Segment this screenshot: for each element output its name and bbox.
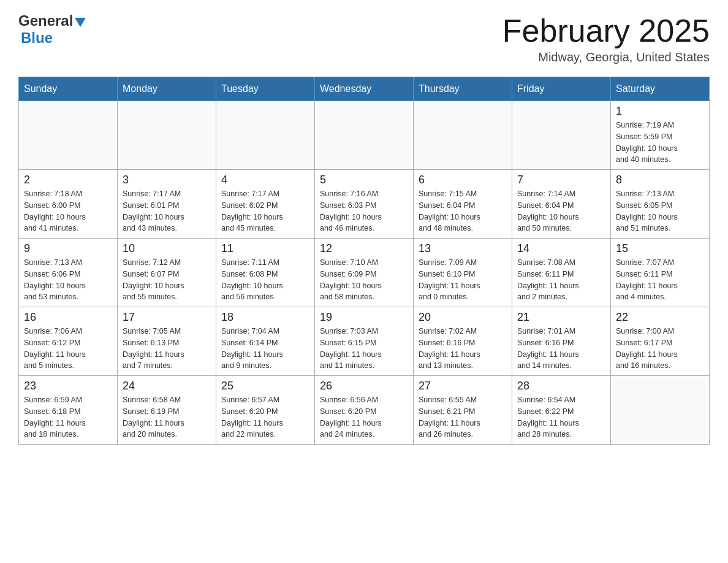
day-info: Sunrise: 7:00 AM Sunset: 6:17 PM Dayligh…	[616, 326, 704, 372]
day-number: 16	[24, 311, 112, 324]
day-info: Sunrise: 7:05 AM Sunset: 6:13 PM Dayligh…	[123, 326, 211, 372]
weekday-header-tuesday: Tuesday	[216, 77, 315, 101]
weekday-header-monday: Monday	[118, 77, 216, 101]
calendar-week-5: 23Sunrise: 6:59 AM Sunset: 6:18 PM Dayli…	[19, 376, 710, 445]
logo-blue-text: Blue	[21, 29, 53, 47]
day-number: 6	[419, 174, 507, 186]
calendar-week-1: 1Sunrise: 7:19 AM Sunset: 5:59 PM Daylig…	[19, 101, 710, 170]
calendar-cell: 14Sunrise: 7:08 AM Sunset: 6:11 PM Dayli…	[512, 239, 611, 307]
day-number: 25	[221, 380, 309, 393]
calendar-cell: 26Sunrise: 6:56 AM Sunset: 6:20 PM Dayli…	[315, 376, 414, 445]
calendar-cell	[512, 101, 611, 170]
day-number: 1	[616, 105, 704, 118]
calendar-cell: 23Sunrise: 6:59 AM Sunset: 6:18 PM Dayli…	[19, 376, 118, 445]
calendar-cell: 19Sunrise: 7:03 AM Sunset: 6:15 PM Dayli…	[315, 307, 414, 376]
logo-general-text: General	[18, 12, 73, 29]
day-info: Sunrise: 7:03 AM Sunset: 6:15 PM Dayligh…	[320, 326, 408, 372]
day-info: Sunrise: 7:15 AM Sunset: 6:04 PM Dayligh…	[419, 188, 507, 234]
weekday-header-wednesday: Wednesday	[315, 77, 414, 101]
day-info: Sunrise: 7:13 AM Sunset: 6:06 PM Dayligh…	[24, 257, 112, 303]
calendar-cell	[19, 101, 118, 170]
calendar-cell	[315, 101, 414, 170]
day-number: 22	[616, 311, 704, 324]
day-info: Sunrise: 6:58 AM Sunset: 6:19 PM Dayligh…	[123, 394, 211, 440]
calendar-cell: 22Sunrise: 7:00 AM Sunset: 6:17 PM Dayli…	[611, 307, 710, 376]
calendar-week-2: 2Sunrise: 7:18 AM Sunset: 6:00 PM Daylig…	[19, 170, 710, 239]
day-info: Sunrise: 7:09 AM Sunset: 6:10 PM Dayligh…	[419, 257, 507, 303]
logo-triangle-icon	[75, 18, 86, 27]
day-number: 5	[320, 174, 408, 186]
calendar-cell: 13Sunrise: 7:09 AM Sunset: 6:10 PM Dayli…	[414, 239, 512, 307]
calendar-week-3: 9Sunrise: 7:13 AM Sunset: 6:06 PM Daylig…	[19, 239, 710, 307]
day-info: Sunrise: 6:57 AM Sunset: 6:20 PM Dayligh…	[221, 394, 309, 440]
calendar-cell: 2Sunrise: 7:18 AM Sunset: 6:00 PM Daylig…	[19, 170, 118, 239]
day-number: 2	[24, 174, 112, 186]
day-info: Sunrise: 6:59 AM Sunset: 6:18 PM Dayligh…	[24, 394, 112, 440]
weekday-header-friday: Friday	[512, 77, 611, 101]
day-number: 11	[221, 242, 309, 255]
day-info: Sunrise: 7:17 AM Sunset: 6:01 PM Dayligh…	[123, 188, 211, 234]
day-number: 3	[123, 174, 211, 186]
calendar-cell: 5Sunrise: 7:16 AM Sunset: 6:03 PM Daylig…	[315, 170, 414, 239]
calendar-cell	[118, 101, 216, 170]
calendar-table: SundayMondayTuesdayWednesdayThursdayFrid…	[18, 77, 710, 445]
calendar-cell: 17Sunrise: 7:05 AM Sunset: 6:13 PM Dayli…	[118, 307, 216, 376]
calendar-cell: 24Sunrise: 6:58 AM Sunset: 6:19 PM Dayli…	[118, 376, 216, 445]
day-number: 9	[24, 242, 112, 255]
day-info: Sunrise: 6:55 AM Sunset: 6:21 PM Dayligh…	[419, 394, 507, 440]
calendar-cell	[414, 101, 512, 170]
weekday-header-thursday: Thursday	[414, 77, 512, 101]
title-block: February 2025 Midway, Georgia, United St…	[502, 12, 710, 64]
calendar-cell	[611, 376, 710, 445]
location-text: Midway, Georgia, United States	[502, 50, 710, 64]
day-number: 24	[123, 380, 211, 393]
calendar-cell: 25Sunrise: 6:57 AM Sunset: 6:20 PM Dayli…	[216, 376, 315, 445]
weekday-header-sunday: Sunday	[19, 77, 118, 101]
day-info: Sunrise: 7:01 AM Sunset: 6:16 PM Dayligh…	[517, 326, 605, 372]
weekday-header-row: SundayMondayTuesdayWednesdayThursdayFrid…	[19, 77, 710, 101]
calendar-cell: 3Sunrise: 7:17 AM Sunset: 6:01 PM Daylig…	[118, 170, 216, 239]
day-info: Sunrise: 7:04 AM Sunset: 6:14 PM Dayligh…	[221, 326, 309, 372]
day-info: Sunrise: 7:14 AM Sunset: 6:04 PM Dayligh…	[517, 188, 605, 234]
day-number: 13	[419, 242, 507, 255]
day-number: 14	[517, 242, 605, 255]
day-number: 7	[517, 174, 605, 186]
calendar-cell: 28Sunrise: 6:54 AM Sunset: 6:22 PM Dayli…	[512, 376, 611, 445]
day-info: Sunrise: 7:13 AM Sunset: 6:05 PM Dayligh…	[616, 188, 704, 234]
calendar-cell: 18Sunrise: 7:04 AM Sunset: 6:14 PM Dayli…	[216, 307, 315, 376]
day-number: 23	[24, 380, 112, 393]
day-info: Sunrise: 7:07 AM Sunset: 6:11 PM Dayligh…	[616, 257, 704, 303]
day-number: 26	[320, 380, 408, 393]
day-info: Sunrise: 7:06 AM Sunset: 6:12 PM Dayligh…	[24, 326, 112, 372]
day-number: 10	[123, 242, 211, 255]
calendar-week-4: 16Sunrise: 7:06 AM Sunset: 6:12 PM Dayli…	[19, 307, 710, 376]
day-info: Sunrise: 7:08 AM Sunset: 6:11 PM Dayligh…	[517, 257, 605, 303]
calendar-cell: 27Sunrise: 6:55 AM Sunset: 6:21 PM Dayli…	[414, 376, 512, 445]
calendar-cell: 11Sunrise: 7:11 AM Sunset: 6:08 PM Dayli…	[216, 239, 315, 307]
calendar-cell: 6Sunrise: 7:15 AM Sunset: 6:04 PM Daylig…	[414, 170, 512, 239]
day-number: 20	[419, 311, 507, 324]
day-number: 4	[221, 174, 309, 186]
calendar-cell: 7Sunrise: 7:14 AM Sunset: 6:04 PM Daylig…	[512, 170, 611, 239]
day-info: Sunrise: 7:17 AM Sunset: 6:02 PM Dayligh…	[221, 188, 309, 234]
logo: General Blue	[18, 12, 86, 47]
day-info: Sunrise: 7:12 AM Sunset: 6:07 PM Dayligh…	[123, 257, 211, 303]
calendar-cell: 4Sunrise: 7:17 AM Sunset: 6:02 PM Daylig…	[216, 170, 315, 239]
calendar-cell: 15Sunrise: 7:07 AM Sunset: 6:11 PM Dayli…	[611, 239, 710, 307]
day-number: 27	[419, 380, 507, 393]
calendar-cell: 16Sunrise: 7:06 AM Sunset: 6:12 PM Dayli…	[19, 307, 118, 376]
day-number: 17	[123, 311, 211, 324]
day-number: 12	[320, 242, 408, 255]
calendar-cell: 9Sunrise: 7:13 AM Sunset: 6:06 PM Daylig…	[19, 239, 118, 307]
calendar-cell: 12Sunrise: 7:10 AM Sunset: 6:09 PM Dayli…	[315, 239, 414, 307]
calendar-cell: 20Sunrise: 7:02 AM Sunset: 6:16 PM Dayli…	[414, 307, 512, 376]
day-info: Sunrise: 6:54 AM Sunset: 6:22 PM Dayligh…	[517, 394, 605, 440]
day-info: Sunrise: 7:16 AM Sunset: 6:03 PM Dayligh…	[320, 188, 408, 234]
day-number: 21	[517, 311, 605, 324]
day-info: Sunrise: 7:02 AM Sunset: 6:16 PM Dayligh…	[419, 326, 507, 372]
day-info: Sunrise: 7:10 AM Sunset: 6:09 PM Dayligh…	[320, 257, 408, 303]
weekday-header-saturday: Saturday	[611, 77, 710, 101]
calendar-cell: 10Sunrise: 7:12 AM Sunset: 6:07 PM Dayli…	[118, 239, 216, 307]
day-info: Sunrise: 6:56 AM Sunset: 6:20 PM Dayligh…	[320, 394, 408, 440]
day-number: 18	[221, 311, 309, 324]
